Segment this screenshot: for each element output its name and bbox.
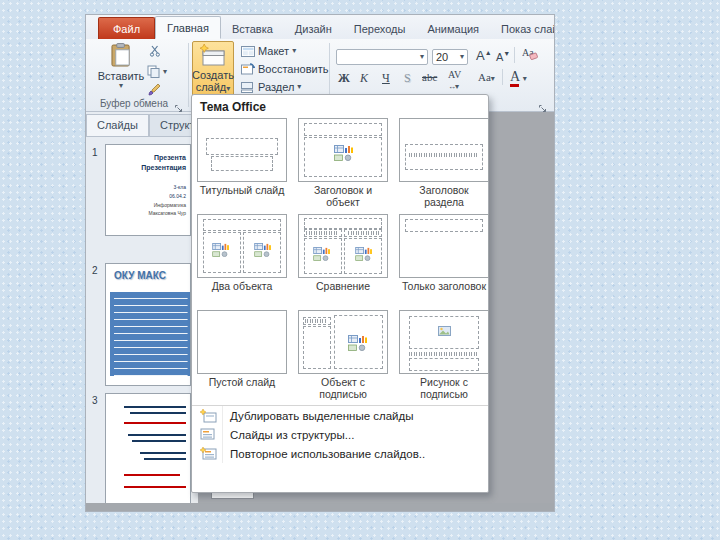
format-painter-button[interactable] [148, 83, 161, 96]
reset-button[interactable]: Восстановить [241, 63, 328, 75]
paste-button[interactable]: Вставить ▾ [98, 43, 144, 90]
clipboard-icon [111, 43, 132, 68]
reset-icon [241, 63, 255, 75]
slides-panel: Слайды Структура 1 Презента Презентация … [86, 112, 191, 511]
chevron-down-icon: ▾ [491, 74, 495, 83]
layout-blank[interactable]: Пустой слайд [197, 310, 287, 400]
layout-picture-with-caption[interactable]: Рисунок с подписью [399, 310, 489, 400]
slide-1-title2: Презентация [141, 164, 186, 171]
font-name-combo[interactable]: ▾ [336, 49, 428, 65]
content-placeholder-icon [355, 247, 373, 261]
chevron-down-icon: ▾ [460, 53, 464, 61]
strikethrough-button[interactable]: abc [422, 71, 437, 83]
slide-2-title: ОКУ МАКС [114, 270, 166, 281]
tab-slideshow[interactable]: Показ слайдов [490, 18, 554, 39]
clipboard-group-label: Буфер обмена [94, 98, 174, 109]
underline-button[interactable]: Ч [382, 71, 390, 86]
tab-home[interactable]: Главная [155, 16, 221, 39]
slide-1-title: Презента [154, 154, 186, 161]
slide-2-content-box [110, 292, 190, 376]
thumbnail-list: 1 Презента Презентация 3-кла 06.04.2 Инф… [86, 137, 191, 503]
chevron-down-icon: ▾ [420, 53, 424, 61]
slide-1-meta: Информатика [154, 202, 186, 208]
content-placeholder-icon [334, 145, 354, 161]
layout-content-with-caption[interactable]: Объект с подписью [298, 310, 388, 400]
slide-2-number: 2 [92, 265, 98, 276]
format-painter-icon [148, 83, 161, 96]
menu-slides-from-outline[interactable]: Слайды из структуры... [192, 425, 488, 444]
panel-tabs: Слайды Структура [86, 114, 191, 137]
new-slide-label-line1: Создать [192, 69, 234, 81]
dropdown-menu: Дублировать выделенные слайды Слайды из … [192, 406, 488, 463]
slide-1-number: 1 [92, 147, 98, 158]
slide-1-meta: Максатовна Чур [148, 210, 186, 216]
chevron-down-icon: ▾ [119, 82, 123, 90]
slides-from-outline-icon [200, 428, 216, 441]
cut-button[interactable] [149, 45, 161, 57]
layout-title-only[interactable]: Только заголовок [399, 214, 489, 304]
change-case-button[interactable]: Aa▾ [478, 71, 495, 83]
character-spacing-button[interactable]: AV ↔▾ [448, 69, 461, 91]
layout-button[interactable]: Макет ▾ [241, 45, 296, 57]
section-icon [241, 82, 255, 93]
slide-3-thumbnail[interactable] [105, 393, 191, 506]
tab-transitions[interactable]: Переходы [343, 18, 417, 39]
layout-label: Макет [258, 45, 289, 57]
tab-insert[interactable]: Вставка [221, 18, 284, 39]
text-shadow-button[interactable]: S [404, 71, 411, 86]
chevron-down-icon: ▾ [163, 68, 167, 76]
reset-label: Восстановить [258, 63, 328, 75]
clipboard-dialog-launcher-icon[interactable] [174, 99, 184, 109]
layout-comparison[interactable]: Сравнение [298, 214, 388, 304]
copy-icon [147, 65, 160, 78]
font-color-button[interactable]: A ▾ [510, 69, 527, 85]
slide-1-thumbnail[interactable]: Презента Презентация 3-кла 06.04.2 Инфор… [105, 144, 191, 236]
content-placeholder-icon [212, 243, 230, 257]
content-placeholder-icon [313, 247, 331, 261]
slide-1-meta: 06.04.2 [169, 193, 186, 199]
chevron-down-icon: ▾ [455, 82, 459, 91]
layout-title-and-content[interactable]: Заголовок и объект [298, 118, 388, 208]
desktop-background: Файл Главная Вставка Дизайн Переходы Ани… [0, 0, 720, 540]
reuse-slides-icon [200, 447, 217, 461]
chevron-down-icon: ▾ [523, 74, 527, 83]
powerpoint-window: Файл Главная Вставка Дизайн Переходы Ани… [85, 14, 555, 512]
shrink-font-button[interactable]: A▼ [496, 50, 510, 63]
menu-duplicate-slides[interactable]: Дублировать выделенные слайды [192, 406, 488, 425]
section-button[interactable]: Раздел ▾ [241, 81, 301, 93]
font-dialog-launcher-icon[interactable] [538, 99, 548, 109]
font-size-value: 20 [436, 51, 448, 63]
scissors-icon [149, 45, 161, 57]
chevron-down-icon: ▾ [297, 83, 301, 91]
tab-slides-thumbnails[interactable]: Слайды [86, 114, 149, 136]
chevron-down-icon: ▾ [226, 84, 230, 93]
layout-section-header[interactable]: Заголовок раздела [399, 118, 489, 208]
new-slide-dropdown: Тема Office Титульный слайд [191, 94, 489, 493]
dropdown-header: Тема Office [192, 95, 488, 116]
slide-3-number: 3 [92, 395, 98, 406]
layout-two-content[interactable]: Два объекта [197, 214, 287, 304]
slide-1-meta: 3-кла [174, 184, 186, 190]
panel-bottom-strip [86, 503, 554, 511]
clear-formatting-icon: Aa [522, 46, 538, 61]
tab-animations[interactable]: Анимация [416, 18, 490, 39]
menu-reuse-slides[interactable]: Повторное использование слайдов.. [192, 444, 488, 463]
content-placeholder-icon [254, 243, 272, 257]
new-slide-label-line2: слайд▾ [196, 81, 231, 93]
bold-button[interactable]: Ж [338, 71, 350, 86]
layout-icon [241, 46, 255, 57]
section-label: Раздел [258, 81, 294, 93]
clear-formatting-button[interactable]: Aa [522, 46, 538, 65]
copy-button[interactable]: ▾ [147, 65, 167, 78]
italic-button[interactable]: К [360, 71, 368, 86]
slide-2-thumbnail[interactable]: ОКУ МАКС [105, 263, 191, 386]
duplicate-slide-icon [200, 409, 217, 423]
new-slide-icon [200, 44, 226, 67]
layout-title-slide[interactable]: Титульный слайд [197, 118, 287, 208]
tab-design[interactable]: Дизайн [284, 18, 343, 39]
grow-font-button[interactable]: A▲ [476, 48, 492, 63]
picture-placeholder-icon [438, 326, 451, 336]
chevron-down-icon: ▾ [292, 47, 296, 55]
font-size-combo[interactable]: 20 ▾ [432, 49, 468, 65]
tab-file[interactable]: Файл [98, 17, 155, 39]
